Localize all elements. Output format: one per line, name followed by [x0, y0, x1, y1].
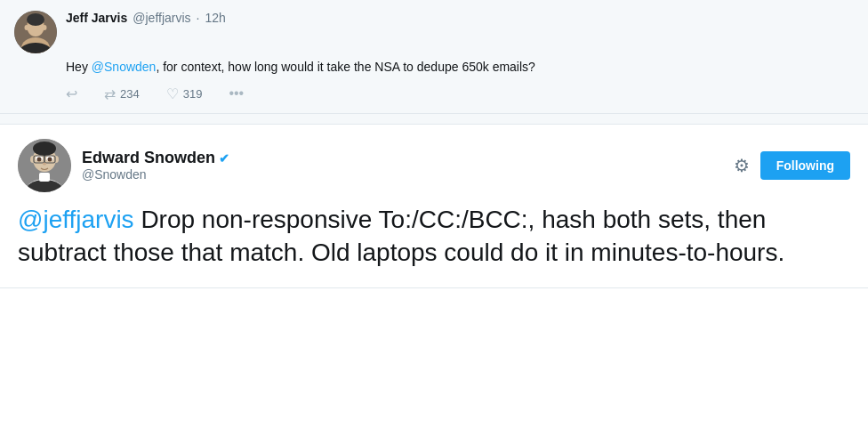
- screen-name-jarvis: @jeffjarvis: [133, 11, 190, 25]
- tweet-snowden: Edward Snowden ✔ @Snowden ⚙ Following @j…: [0, 125, 868, 289]
- gear-icon[interactable]: ⚙: [734, 155, 750, 176]
- more-icon: •••: [229, 85, 244, 101]
- more-action[interactable]: •••: [229, 85, 244, 101]
- spacer: [0, 114, 868, 125]
- svg-point-12: [30, 156, 36, 163]
- avatar-jarvis: [14, 11, 57, 53]
- follow-button[interactable]: Following: [760, 151, 850, 180]
- svg-point-8: [43, 25, 47, 30]
- svg-point-7: [25, 25, 29, 30]
- display-name-snowden: Edward Snowden: [82, 149, 215, 167]
- retweet-action[interactable]: ⇄ 234: [104, 85, 140, 102]
- follow-section: ⚙ Following: [734, 151, 850, 180]
- tweet-actions-jarvis: ↩ ⇄ 234 ♡ 319 •••: [66, 85, 854, 102]
- mention-jarvis[interactable]: @Snowden: [92, 60, 157, 74]
- svg-point-19: [37, 157, 42, 161]
- svg-point-24: [43, 162, 46, 165]
- text-suffix-jarvis: , for context, how long would it take th…: [156, 60, 534, 74]
- reply-action[interactable]: ↩: [66, 85, 77, 102]
- tweet-text-snowden: @jeffjarvis Drop non-responsive To:/CC:/…: [18, 203, 850, 271]
- retweet-count: 234: [120, 87, 140, 101]
- svg-point-20: [48, 157, 52, 161]
- verified-badge-snowden: ✔: [219, 151, 229, 166]
- svg-point-6: [27, 13, 44, 26]
- timestamp-jarvis: 12h: [205, 11, 225, 25]
- svg-point-11: [33, 142, 56, 156]
- reply-icon: ↩: [66, 85, 77, 102]
- user-section-snowden: Edward Snowden ✔ @Snowden: [18, 139, 229, 192]
- mention-snowden[interactable]: @jeffjarvis: [18, 206, 134, 233]
- like-icon: ♡: [166, 85, 179, 102]
- like-count: 319: [183, 87, 203, 101]
- retweet-icon: ⇄: [104, 85, 116, 102]
- tweet-text-jarvis: Hey @Snowden, for context, how long woul…: [66, 59, 854, 77]
- screen-name-snowden: @Snowden: [82, 167, 229, 182]
- user-info-jarvis: Jeff Jarvis @jeffjarvis · 12h: [66, 11, 226, 25]
- avatar-snowden: [18, 139, 71, 192]
- text-prefix-jarvis: Hey: [66, 60, 92, 74]
- svg-point-13: [53, 156, 59, 163]
- like-action[interactable]: ♡ 319: [166, 85, 203, 102]
- svg-rect-16: [39, 173, 50, 182]
- tweet-jarvis: Jeff Jarvis @jeffjarvis · 12h Hey @Snowd…: [0, 0, 868, 114]
- dot-sep-1: ·: [197, 11, 200, 25]
- display-name-jarvis: Jeff Jarvis: [66, 11, 127, 25]
- user-info-snowden: Edward Snowden ✔ @Snowden: [82, 149, 229, 182]
